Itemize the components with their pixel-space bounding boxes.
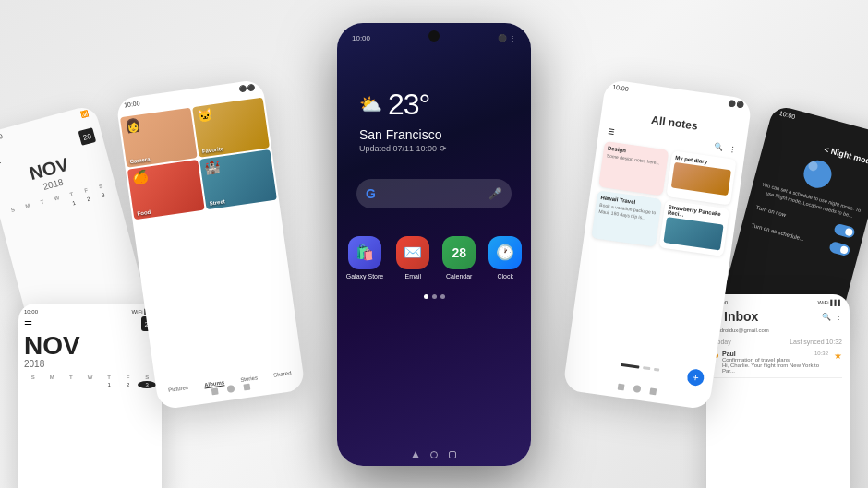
bottom-cal-content: 10:00 WiFi ▌▌▌ ☰ 20 NOV 2018 S M T W T F… (18, 304, 162, 394)
bcal-day-1[interactable]: 1 (100, 381, 118, 388)
notes-more-icon[interactable]: ⋮ (729, 144, 737, 153)
notes-menu-icon[interactable]: ☰ (608, 127, 615, 137)
gallery-cell-food[interactable]: 🍊 Food (127, 160, 205, 220)
cal-today-icon[interactable]: 20 (78, 127, 97, 146)
dot-3 (440, 294, 445, 299)
camera-label: Camera (129, 156, 151, 164)
google-g-icon: G (366, 186, 376, 201)
email-connectivity: WiFi ▌▌▌ (818, 300, 842, 305)
bcal-h-s2: S (138, 375, 156, 380)
phone-bottom-left-calendar: 10:00 WiFi ▌▌▌ ☰ 20 NOV 2018 S M T W T F… (18, 304, 162, 488)
bcal-day-3-highlight[interactable]: 3 (138, 381, 156, 388)
add-note-button[interactable]: + (686, 367, 705, 386)
email-content: 10:00 WiFi ▌▌▌ ☰ Inbox 🔍 ⋮ androidux@gma… (706, 294, 850, 384)
galaxy-store-icon[interactable]: 🛍️ Galaxy Store (346, 236, 383, 280)
bottom-cal-month: NOV (24, 333, 156, 359)
cal-icons: 📶 (79, 109, 90, 118)
note-hawaii[interactable]: Hawaii Travel Book a vacation package to… (591, 190, 662, 246)
weather-city: San Francisco (359, 127, 441, 142)
nav-dot-1 (621, 363, 639, 368)
notes-time: 10:00 (612, 83, 629, 92)
email-search-icon[interactable]: 🔍 (822, 313, 831, 321)
bcal-time: 10:00 (24, 309, 38, 315)
search-bar[interactable]: G 🎤 (356, 179, 512, 208)
home-button[interactable] (430, 451, 438, 458)
email-more-icon[interactable]: ⋮ (835, 313, 842, 321)
center-icons: ⚫ ⋮ (498, 34, 516, 42)
clock-label: Clock (497, 273, 513, 280)
bcal-empty4 (81, 381, 100, 388)
clock-app-icon[interactable]: 🕐 Clock (488, 236, 522, 280)
notes-home-nav[interactable] (633, 384, 641, 392)
phone-center-screen: 10:00 ⚫ ⋮ ⛅ 23° San Francisco Updated 07… (337, 23, 531, 466)
notes-nav (618, 382, 657, 395)
bcal-h-f: F (119, 375, 138, 380)
bottom-cal-year: 2018 (24, 359, 156, 369)
fav-label: Favorite (201, 146, 223, 154)
bcal-h-w: W (81, 375, 100, 380)
email-today-label: Today Last synced 10:32 (714, 339, 842, 345)
calendar-app-icon[interactable]: 28 Calendar (442, 236, 476, 280)
home-nav[interactable] (226, 384, 235, 392)
gallery-icons: ⚫⚫ (238, 83, 256, 92)
menu-icon[interactable]: ☰ (0, 154, 2, 166)
phone-bottom-right-email: 10:00 WiFi ▌▌▌ ☰ Inbox 🔍 ⋮ androidux@gma… (706, 294, 850, 488)
notes-search-icon[interactable]: 🔍 (714, 142, 724, 151)
email-time-paul: 10:32 (814, 351, 828, 357)
phone-center: 10:00 ⚫ ⋮ ⛅ 23° San Francisco Updated 07… (337, 23, 531, 466)
note-pet-diary[interactable]: My pet diary (666, 150, 736, 205)
weather-section: ⛅ 23° San Francisco Updated 07/11 10:00 … (337, 69, 531, 162)
dot-active (424, 294, 428, 299)
bcal-h-t1: T (62, 375, 80, 380)
gallery-time: 10:00 (124, 100, 140, 109)
weather-updated: Updated 07/11 10:00 ⟳ (359, 144, 447, 153)
bcal-day-2[interactable]: 2 (119, 381, 138, 388)
note-strawberry[interactable]: Strawberry Pancake Reci... (659, 199, 730, 256)
tab-shared[interactable]: Shared (273, 370, 292, 379)
notes-recents-nav[interactable] (649, 387, 657, 394)
weather-temp: 23° (388, 88, 429, 122)
gallery-cell-camera[interactable]: 👩 Camera (120, 107, 198, 167)
cal-time: 10:00 (0, 132, 4, 143)
mic-icon: 🎤 (488, 187, 502, 200)
center-nav-bar (412, 451, 456, 458)
weather-top: ⛅ 23° (359, 88, 429, 122)
bcal-menu-icon[interactable]: ☰ (24, 319, 32, 329)
email-header-right: 🔍 ⋮ (822, 313, 842, 321)
bcal-empty1 (24, 381, 42, 388)
dot-2 (432, 294, 437, 299)
dark-time: 10:00 (778, 109, 796, 120)
note-design[interactable]: Design Some design notes here... (598, 140, 669, 195)
clock-icon-circle: 🕐 (488, 236, 522, 269)
toggle1[interactable] (833, 223, 855, 239)
tab-pictures[interactable]: Pictures (168, 384, 188, 393)
notes-icons: ⚫⚫ (727, 100, 744, 109)
center-time: 10:00 (352, 34, 370, 42)
recents-nav[interactable] (243, 383, 250, 390)
notes-back-nav[interactable] (618, 383, 625, 390)
street-label: Street (209, 198, 225, 206)
notes-content: All notes ☰ 🔍 ⋮ Design Some design notes… (583, 93, 750, 265)
toggle2-label: Turn on as schedule... (751, 222, 805, 242)
bcal-empty3 (62, 381, 80, 388)
email-item-paul[interactable]: Paul 10:32 Confirmation of travel plans … (714, 347, 842, 378)
email-app-icon[interactable]: ✉️ Email (396, 236, 429, 280)
galaxy-store-icon-circle: 🛍️ (348, 236, 381, 269)
dark-mode-circle (801, 157, 835, 191)
toggle2[interactable] (828, 241, 850, 256)
recents-button[interactable] (449, 451, 456, 458)
gallery-cell-favorite[interactable]: 🐱 Favorite (192, 97, 270, 157)
email-preview: Hi, Charlie. Your flight from New York t… (722, 363, 828, 374)
star-icon[interactable]: ★ (834, 351, 842, 361)
email-icon-circle: ✉️ (396, 236, 429, 269)
bottom-cal-grid: S M T W T F S 1 2 3 (24, 375, 156, 388)
bcal-h-t2: T (100, 375, 118, 380)
email-sender-paul: Paul (722, 351, 736, 357)
notes-actions: 🔍 ⋮ (714, 142, 737, 153)
back-button[interactable] (412, 451, 419, 458)
gallery-cell-street[interactable]: 🏰 Street (199, 149, 277, 209)
email-inbox-title: Inbox (724, 309, 758, 324)
email-item-header: Paul 10:32 (722, 351, 828, 357)
app-icons-row: 🛍️ Galaxy Store ✉️ Email 28 Calendar 🕐 C… (346, 236, 522, 280)
back-nav[interactable] (211, 387, 219, 394)
